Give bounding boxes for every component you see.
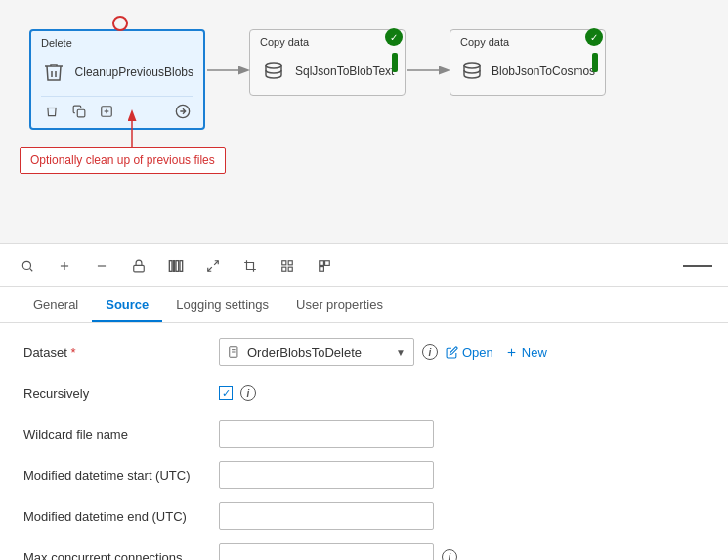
layers-toolbar-btn[interactable] xyxy=(313,254,336,278)
green-edge-1 xyxy=(392,53,398,72)
success-badge-2: ✓ xyxy=(585,28,603,46)
datetime-start-row: Modified datetime start (UTC) xyxy=(23,461,705,489)
max-concurrent-row: Max concurrent connections i xyxy=(23,543,705,560)
dataset-row: Dataset * OrderBlobsToDelete ▼ i Open xyxy=(23,338,705,366)
copy-node-1-title: Copy data xyxy=(260,36,395,48)
lock-toolbar-btn[interactable] xyxy=(127,254,150,278)
tab-source[interactable]: Source xyxy=(92,289,162,322)
green-edge-2 xyxy=(592,53,598,72)
wildcard-label: Wildcard file name xyxy=(23,427,219,442)
copy-node-2-label: BlobJsonToCosmos xyxy=(492,65,595,78)
delete-action-delete[interactable] xyxy=(41,101,63,122)
max-concurrent-info-icon[interactable]: i xyxy=(442,549,457,560)
pencil-icon xyxy=(446,346,458,359)
svg-rect-25 xyxy=(288,260,292,264)
toolbar xyxy=(0,244,728,287)
delete-node-label: CleanupPreviousBlobs xyxy=(75,65,193,79)
success-badge-1: ✓ xyxy=(385,28,403,46)
toolbar-separator-line xyxy=(683,265,712,267)
svg-rect-17 xyxy=(134,265,145,271)
datetime-end-input[interactable] xyxy=(219,502,434,530)
recursively-checkbox[interactable]: ✓ xyxy=(219,386,233,400)
svg-rect-0 xyxy=(77,109,85,117)
plus-icon xyxy=(505,346,518,359)
copy-node-1-icon xyxy=(260,58,287,85)
delete-action-arrow[interactable] xyxy=(172,101,193,122)
svg-point-6 xyxy=(464,63,480,68)
annotation-text: Optionally clean up of previous files xyxy=(30,153,215,167)
max-concurrent-input[interactable] xyxy=(219,543,434,560)
svg-rect-29 xyxy=(325,260,330,265)
open-link[interactable]: Open xyxy=(446,345,493,360)
copy-node-2-body: BlobJsonToCosmos xyxy=(460,54,595,89)
copy-node-2-icon xyxy=(460,58,484,85)
wildcard-input[interactable] xyxy=(219,420,434,448)
minus-toolbar-btn[interactable] xyxy=(90,254,113,278)
delete-action-copy[interactable] xyxy=(68,101,90,122)
svg-rect-28 xyxy=(320,260,324,265)
recursively-control: ✓ i xyxy=(219,385,705,401)
recursively-info-icon[interactable]: i xyxy=(240,385,256,401)
add-toolbar-btn[interactable] xyxy=(53,254,76,278)
barcode-toolbar-btn[interactable] xyxy=(164,254,188,278)
dataset-control: OrderBlobsToDelete ▼ i Open New xyxy=(219,338,705,366)
wildcard-control xyxy=(219,420,705,448)
dropdown-arrow-icon: ▼ xyxy=(396,347,406,358)
copy-node-2-title: Copy data xyxy=(460,36,595,48)
datetime-end-control xyxy=(219,502,705,530)
svg-line-23 xyxy=(208,267,212,271)
canvas-area: Delete CleanupPreviousBlobs xyxy=(0,0,728,244)
red-circle-indicator xyxy=(112,16,128,31)
svg-rect-21 xyxy=(180,260,183,271)
tabs-bar: General Source Logging settings User pro… xyxy=(0,287,728,323)
delete-action-clone[interactable] xyxy=(96,101,117,122)
recursively-checkbox-area: ✓ i xyxy=(219,385,256,401)
new-link[interactable]: New xyxy=(505,345,547,360)
grid-toolbar-btn[interactable] xyxy=(276,254,299,278)
tab-user-properties[interactable]: User properties xyxy=(282,289,397,322)
form-area: Dataset * OrderBlobsToDelete ▼ i Open xyxy=(0,323,728,560)
tab-logging[interactable]: Logging settings xyxy=(162,289,282,322)
checkmark-icon: ✓ xyxy=(222,387,231,400)
dataset-file-icon xyxy=(228,345,241,359)
svg-rect-19 xyxy=(173,260,174,271)
dataset-dropdown[interactable]: OrderBlobsToDelete ▼ xyxy=(219,338,414,366)
copy-node-1-label: SqlJsonToBlobText xyxy=(295,65,394,78)
datetime-start-input[interactable] xyxy=(219,461,434,489)
copy-node-1-body: SqlJsonToBlobText xyxy=(260,54,395,89)
delete-node-body: CleanupPreviousBlobs xyxy=(41,55,193,90)
recursively-label: Recursively xyxy=(23,386,219,401)
dataset-value: OrderBlobsToDelete xyxy=(247,345,390,360)
max-concurrent-label: Max concurrent connections xyxy=(23,550,219,561)
delete-node-icon xyxy=(41,59,67,86)
svg-rect-18 xyxy=(169,260,172,271)
svg-rect-20 xyxy=(176,260,179,271)
svg-line-22 xyxy=(214,260,218,264)
search-toolbar-btn[interactable] xyxy=(16,254,39,278)
svg-rect-26 xyxy=(282,267,286,271)
dataset-label: Dataset * xyxy=(23,345,219,360)
delete-node-title: Delete xyxy=(41,37,193,49)
recursively-row: Recursively ✓ i xyxy=(23,379,705,407)
svg-rect-30 xyxy=(320,266,324,271)
datetime-start-label: Modified datetime start (UTC) xyxy=(23,468,219,483)
max-concurrent-control: i xyxy=(219,543,705,560)
svg-point-5 xyxy=(266,63,281,68)
dataset-info-icon[interactable]: i xyxy=(422,344,438,360)
datetime-end-row: Modified datetime end (UTC) xyxy=(23,502,705,530)
annotation-box: Optionally clean up of previous files xyxy=(20,147,226,174)
datetime-end-label: Modified datetime end (UTC) xyxy=(23,509,219,524)
wildcard-row: Wildcard file name xyxy=(23,420,705,448)
expand-toolbar-btn[interactable] xyxy=(201,254,225,278)
datetime-start-control xyxy=(219,461,705,489)
svg-point-12 xyxy=(22,261,30,269)
copy-node-1[interactable]: ✓ Copy data SqlJsonToBlobText xyxy=(249,29,406,96)
crop-toolbar-btn[interactable] xyxy=(238,254,262,278)
svg-line-13 xyxy=(30,268,33,271)
svg-rect-24 xyxy=(282,260,286,264)
delete-node[interactable]: Delete CleanupPreviousBlobs xyxy=(29,29,205,130)
copy-node-2[interactable]: ✓ Copy data BlobJsonToCosmos xyxy=(450,29,606,96)
tab-general[interactable]: General xyxy=(20,289,92,322)
svg-rect-27 xyxy=(288,267,292,271)
delete-node-actions xyxy=(41,96,193,122)
